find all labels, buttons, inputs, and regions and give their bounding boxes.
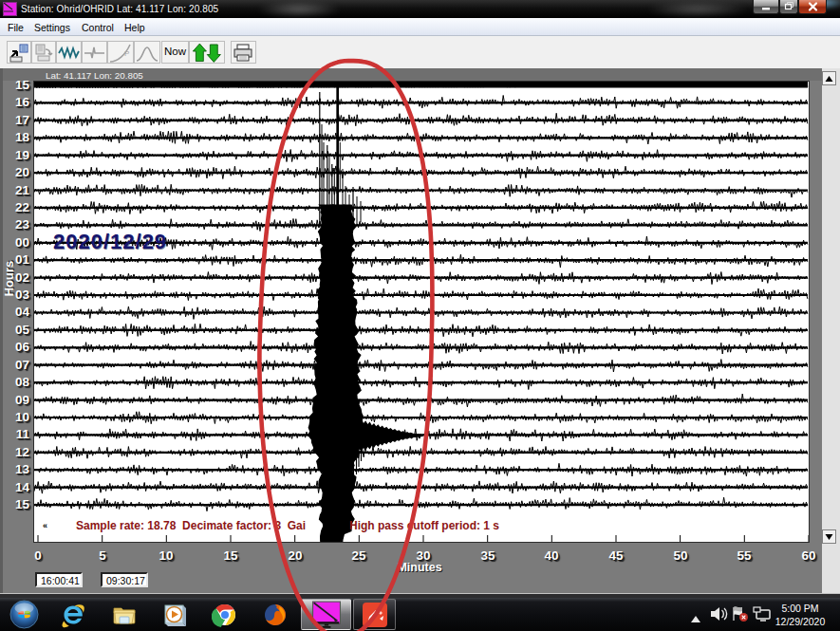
- svg-text:P: P: [124, 49, 129, 58]
